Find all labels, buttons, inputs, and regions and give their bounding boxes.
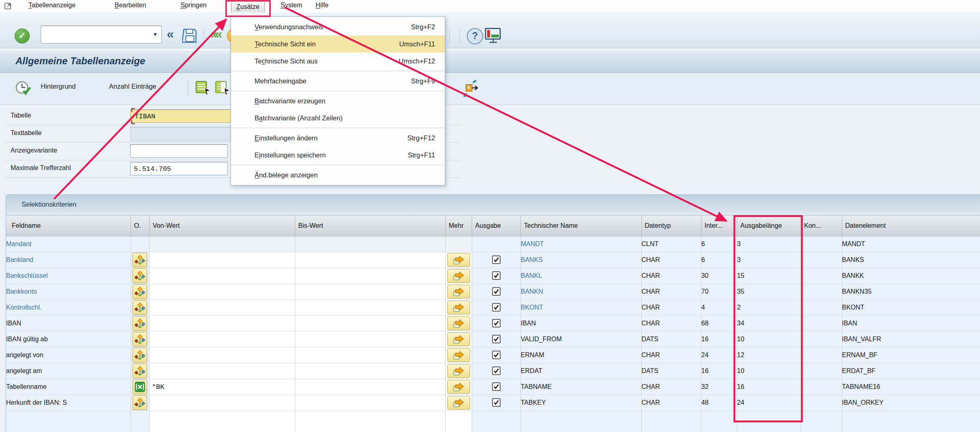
mehr-button[interactable] — [447, 332, 470, 346]
bis-wert-cell[interactable] — [295, 316, 445, 332]
selection-options-icon[interactable] — [133, 364, 147, 378]
menu-item-aend-belege-anzeigen[interactable]: Änd.belege anzeigen — [231, 166, 445, 183]
bis-wert-cell[interactable] — [295, 300, 445, 316]
mehr-button[interactable] — [447, 348, 470, 362]
col-datenelement[interactable]: Datenelement — [842, 216, 980, 236]
interne-laenge-value: 32 — [701, 379, 737, 395]
ausgabe-checkbox[interactable] — [492, 271, 501, 280]
bis-wert-cell[interactable] — [295, 395, 445, 411]
mehr-button[interactable] — [447, 253, 470, 267]
technischer-name[interactable]: BANKL — [521, 272, 542, 279]
command-field[interactable]: ▼ — [41, 26, 162, 44]
col-ausgabe[interactable]: Ausgabe — [472, 216, 520, 236]
col-technischer-name[interactable]: Technischer Name — [520, 216, 641, 236]
menu-item-mehrfacheingabe[interactable]: MehrfacheingabeStrg+F9 — [231, 72, 445, 89]
menu-item-batchvariante-anzahl-zeilen[interactable]: Batchvariante (Anzahl Zeilen) — [231, 109, 445, 127]
col-von-wert[interactable]: Von-Wert — [149, 216, 295, 236]
ausgabe-checkbox[interactable] — [492, 367, 501, 375]
technischer-name[interactable]: BANKN — [521, 288, 543, 295]
ausgabe-checkbox[interactable] — [492, 382, 501, 391]
mehr-button[interactable] — [447, 269, 470, 283]
double-back-icon[interactable]: «« — [210, 27, 220, 41]
new-session-monitor-icon[interactable] — [485, 28, 502, 46]
mehr-button[interactable] — [447, 316, 470, 330]
bis-wert-cell[interactable] — [295, 284, 445, 300]
technischer-name[interactable]: BKONT — [521, 304, 543, 311]
bis-wert-cell[interactable] — [295, 363, 445, 379]
ausgabe-checkbox[interactable] — [492, 287, 501, 296]
execute-clock-icon[interactable] — [15, 80, 32, 99]
selection-options-icon[interactable] — [133, 395, 147, 410]
ausgabe-checkbox[interactable] — [492, 398, 501, 407]
col-feldname[interactable]: Feldname — [6, 216, 131, 236]
help-icon[interactable]: ? — [467, 28, 483, 44]
selection-options-icon[interactable] — [133, 348, 147, 362]
selection-options-icon[interactable] — [133, 284, 147, 299]
ausgabe-checkbox[interactable] — [492, 255, 501, 264]
menu-springen[interactable]: Springen — [181, 2, 207, 9]
col-interne-laenge[interactable]: Inter... — [701, 216, 737, 236]
menu-tabellenanzeige[interactable]: Tabellenanzeige — [28, 2, 76, 9]
menu-item-einstellungen-aendern[interactable]: Einstellungen ändernStrg+F12 — [231, 129, 445, 146]
save-icon[interactable] — [182, 28, 198, 46]
menu-hilfe[interactable]: Hilfe — [316, 2, 329, 9]
feldname-label[interactable]: Bankland — [6, 256, 33, 263]
chevron-down-icon[interactable]: ▼ — [152, 31, 158, 37]
anzeigevariante-field[interactable] — [130, 144, 228, 158]
selection-options-icon[interactable] — [133, 300, 147, 315]
table-list-icon[interactable] — [195, 80, 211, 97]
hintergrund-button[interactable]: Hintergrund — [41, 83, 76, 90]
bis-wert-cell[interactable] — [295, 236, 445, 252]
back-icon[interactable]: « — [167, 27, 174, 41]
menu-bearbeiten[interactable]: Bearbeiten — [115, 2, 146, 9]
datenelement-value: ERNAM_BF — [842, 347, 980, 363]
selection-options-icon[interactable] — [133, 253, 147, 267]
menu-zusaetze[interactable]: Zusätze — [231, 0, 265, 13]
menu-item-verwendungsnachweis[interactable]: VerwendungsnachweisStrg+F2 — [231, 18, 445, 35]
mehr-button[interactable] — [447, 380, 470, 394]
col-option[interactable]: O. — [131, 216, 149, 236]
selection-options-icon[interactable] — [133, 332, 147, 347]
mehr-button[interactable] — [447, 364, 470, 378]
konvertierung-value — [801, 316, 842, 332]
ausgabe-checkbox[interactable] — [492, 303, 501, 312]
col-konvertierung[interactable]: Kon... — [801, 216, 842, 236]
bis-wert-cell[interactable] — [295, 379, 445, 395]
menu-item-technische-sicht-aus[interactable]: Technische Sicht ausUmsch+F12 — [231, 52, 445, 70]
bis-wert-cell[interactable] — [295, 332, 445, 347]
menu-item-einstellungen-speichern[interactable]: Einstellungen speichernStrg+F11 — [231, 146, 445, 164]
enter-check-icon[interactable]: ✓ — [15, 28, 30, 44]
ausgabe-checkbox[interactable] — [492, 351, 501, 359]
ausgabe-checkbox[interactable] — [492, 335, 501, 343]
tabelle-field[interactable]: TIBAN — [130, 109, 233, 123]
exclude-option-icon[interactable] — [133, 380, 147, 394]
mehr-button[interactable] — [447, 396, 470, 410]
expand-icon[interactable] — [461, 79, 479, 99]
technischer-name[interactable]: MANDT — [521, 240, 544, 247]
feldname-label[interactable]: Bankkonto — [6, 288, 37, 295]
col-mehr[interactable]: Mehr — [445, 216, 472, 236]
selection-options-icon[interactable] — [133, 268, 147, 283]
bis-wert-cell[interactable] — [295, 347, 445, 363]
mehr-button[interactable] — [447, 285, 470, 299]
menu-system[interactable]: System — [281, 2, 302, 9]
selection-options-icon[interactable] — [133, 316, 147, 331]
bis-wert-cell[interactable] — [295, 268, 445, 284]
von-wert-value — [150, 336, 152, 343]
menu-item-batchvariante-erzeugen[interactable]: Batchvariante erzeugen — [231, 92, 445, 109]
anzahl-eintraege-button[interactable]: Anzahl Einträge — [109, 83, 157, 90]
mehr-button[interactable] — [447, 301, 470, 314]
max-trefferzahl-field[interactable]: 5.514.705 — [130, 162, 228, 175]
menu-item-technische-sicht-ein[interactable]: Technische Sicht einUmsch+F11 — [231, 35, 445, 52]
technischer-name[interactable]: BANKS — [521, 256, 543, 263]
table-list-alt-icon[interactable] — [215, 80, 231, 97]
bis-wert-cell[interactable] — [295, 252, 445, 268]
feldname-label[interactable]: Mandant — [6, 240, 31, 247]
feldname-label[interactable]: Bankschlüssel — [6, 272, 48, 279]
col-datentyp[interactable]: Datentyp — [641, 216, 701, 236]
feldname-label[interactable]: Kontrollschl. — [6, 304, 41, 311]
col-ausgabelaenge[interactable]: Ausgabelänge — [737, 216, 801, 236]
ausgabe-checkbox[interactable] — [492, 319, 501, 327]
col-bis-wert[interactable]: Bis-Wert — [295, 216, 445, 236]
command-input[interactable] — [43, 27, 149, 41]
